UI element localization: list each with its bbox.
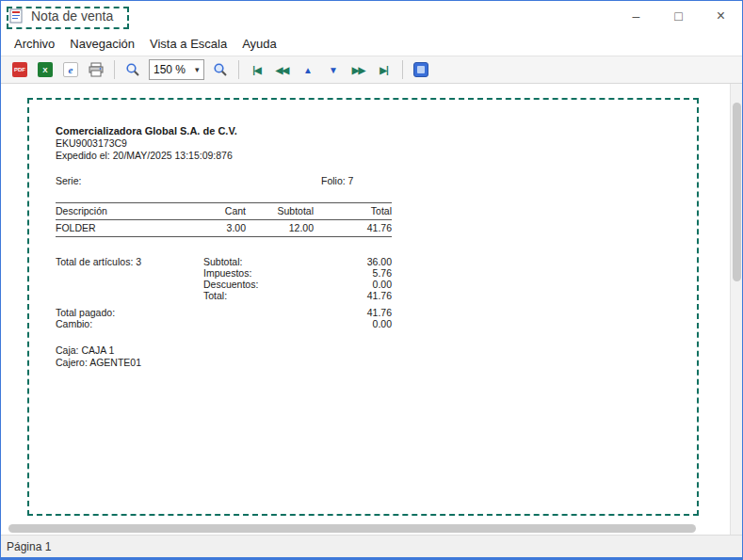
next-page-button[interactable]: ▶▶	[347, 58, 370, 81]
zoom-level-combobox[interactable]: 150 % ▾	[149, 59, 204, 80]
html-icon: e	[63, 62, 78, 77]
printer-icon	[88, 61, 105, 78]
menu-navegacion[interactable]: Navegación	[62, 34, 142, 54]
export-excel-button[interactable]: X	[34, 58, 57, 81]
status-bar: Página 1	[1, 535, 742, 557]
cell-total: 41.76	[314, 222, 392, 234]
last-page-button[interactable]: ▶|	[373, 58, 396, 81]
summary-value: 0.00	[373, 279, 392, 290]
cashier-section: Caja: CAJA 1 Cajero: AGENTE01	[56, 344, 413, 369]
chevron-down-icon: ▾	[195, 65, 200, 74]
issued-date: Expedido el: 20/MAY/2025 13:15:09:876	[56, 150, 413, 162]
toolbar-separator	[114, 60, 115, 79]
close-button[interactable]: ×	[700, 1, 742, 31]
document-page: Comercializadora Global S.A. de C.V. EKU…	[56, 125, 413, 369]
paid-value: 41.76	[367, 307, 392, 318]
window-controls: – □ ×	[615, 1, 742, 31]
toolbar-separator	[238, 60, 239, 79]
change-label: Cambio:	[56, 318, 92, 329]
vertical-scrollbar[interactable]	[730, 84, 742, 535]
toolbar-separator	[402, 60, 403, 79]
export-html-button[interactable]: e	[59, 58, 82, 81]
col-total: Total	[314, 205, 392, 217]
payment-row: Cambio: 0.00	[56, 318, 392, 329]
items-table: Descripción Cant Subtotal Total FOLDER 3…	[56, 202, 392, 237]
vertical-scrollbar-thumb[interactable]	[733, 103, 741, 281]
col-descripcion: Descripción	[56, 205, 178, 217]
summary-row: Total: 41.76	[203, 290, 392, 301]
previous-page-icon: ◀◀	[276, 65, 288, 75]
summary-row: Impuestos: 5.76	[203, 267, 392, 279]
zoom-page-button[interactable]	[209, 58, 232, 81]
next-page-icon: ▶▶	[352, 65, 364, 75]
summary-block: Subtotal: 36.00 Impuestos: 5.76 Descuent…	[203, 256, 392, 301]
serie-label: Serie:	[56, 175, 81, 186]
summary-value: 41.76	[367, 290, 392, 301]
window-title: Nota de venta	[31, 8, 113, 24]
items-total: Total de artículos: 3	[56, 256, 203, 301]
table-header-row: Descripción Cant Subtotal Total	[56, 203, 392, 220]
print-button[interactable]	[85, 58, 107, 81]
arrow-down-icon: ▼	[329, 65, 337, 75]
export-button[interactable]	[410, 58, 432, 81]
scroll-up-button[interactable]: ▲	[297, 58, 319, 81]
app-window: Nota de venta – □ × Archivo Navegación V…	[0, 0, 743, 560]
summary-value: 36.00	[367, 256, 392, 267]
col-cant: Cant	[178, 205, 246, 217]
page-indicator: Página 1	[7, 540, 51, 553]
toolbar: PDF X e 150 % ▾	[1, 56, 742, 84]
scroll-down-button[interactable]: ▼	[322, 58, 345, 81]
payment-section: Total pagado: 41.76 Cambio: 0.00	[56, 307, 392, 329]
cell-descripcion: FOLDER	[56, 222, 178, 234]
menu-vista-a-escala[interactable]: Vista a Escala	[142, 34, 234, 54]
maximize-button[interactable]: □	[657, 1, 700, 31]
preview-area: Comercializadora Global S.A. de C.V. EKU…	[1, 84, 742, 535]
first-page-button[interactable]: |◀	[246, 58, 268, 81]
col-subtotal: Subtotal	[246, 205, 314, 217]
menu-bar: Archivo Navegación Vista a Escala Ayuda	[1, 31, 742, 56]
table-row: FOLDER 3.00 12.00 41.76	[56, 220, 392, 237]
cell-subtotal: 12.00	[246, 222, 314, 234]
serie-folio-row: Serie: Folio: 7	[56, 175, 413, 187]
title-bar: Nota de venta – □ ×	[1, 1, 742, 31]
previous-page-button[interactable]: ◀◀	[271, 58, 294, 81]
export-icon	[413, 62, 428, 77]
payment-row: Total pagado: 41.76	[56, 307, 392, 318]
totals-section: Total de artículos: 3 Subtotal: 36.00 Im…	[56, 256, 392, 301]
summary-label: Subtotal:	[203, 256, 242, 267]
last-page-icon: ▶|	[380, 65, 388, 75]
magnifier-page-icon	[213, 62, 228, 77]
zoom-button[interactable]	[121, 58, 144, 81]
summary-row: Subtotal: 36.00	[203, 256, 392, 267]
change-value: 0.00	[373, 318, 392, 329]
menu-archivo[interactable]: Archivo	[7, 34, 62, 54]
summary-label: Descuentos:	[203, 279, 258, 290]
first-page-icon: |◀	[252, 65, 261, 75]
company-name: Comercializadora Global S.A. de C.V.	[56, 125, 413, 137]
folio-value: Folio: 7	[321, 175, 353, 187]
paid-label: Total pagado:	[56, 307, 115, 318]
caja-line: Caja: CAJA 1	[56, 344, 413, 357]
horizontal-scrollbar[interactable]	[1, 522, 730, 535]
summary-row: Descuentos: 0.00	[203, 279, 392, 290]
horizontal-scrollbar-thumb[interactable]	[8, 524, 696, 533]
summary-value: 5.76	[373, 267, 392, 279]
export-pdf-button[interactable]: PDF	[8, 58, 31, 81]
minimize-button[interactable]: –	[615, 1, 657, 31]
cell-cant: 3.00	[178, 222, 246, 234]
summary-label: Total:	[203, 290, 227, 301]
summary-label: Impuestos:	[203, 267, 251, 279]
company-rfc: EKU9003173C9	[56, 137, 413, 150]
cajero-line: Cajero: AGENTE01	[56, 357, 413, 369]
zoom-level-value: 150 %	[153, 63, 189, 76]
arrow-up-icon: ▲	[303, 65, 312, 75]
menu-ayuda[interactable]: Ayuda	[234, 34, 284, 54]
magnifier-icon	[125, 62, 140, 77]
app-icon	[8, 8, 24, 24]
excel-icon: X	[38, 62, 53, 77]
pdf-icon: PDF	[12, 62, 27, 77]
